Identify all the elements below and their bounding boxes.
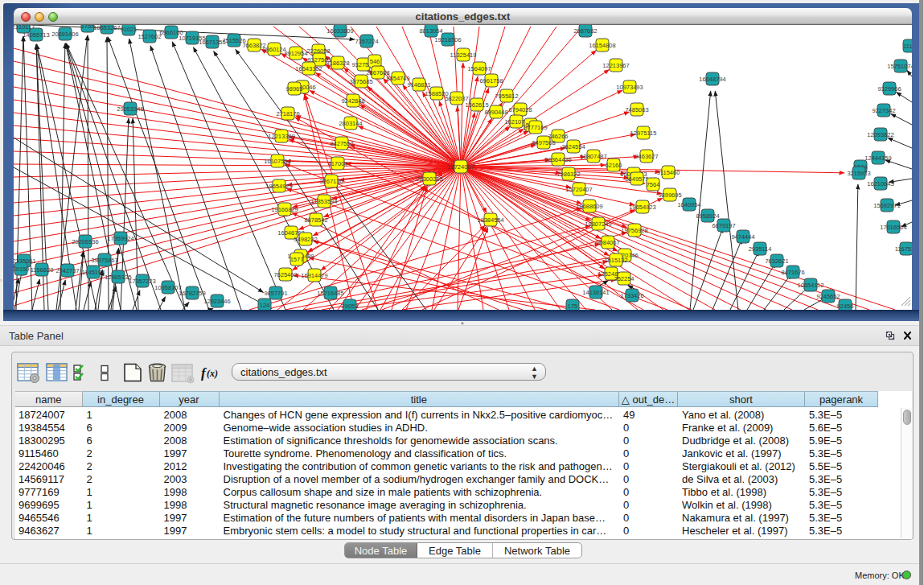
svg-text:19218506: 19218506 [434, 36, 461, 43]
svg-text:16154808: 16154808 [589, 42, 615, 49]
svg-text:7632621: 7632621 [765, 257, 788, 265]
svg-text:8958924: 8958924 [696, 212, 719, 220]
svg-text:6879197: 6879197 [712, 222, 735, 229]
svg-text:1167533: 1167533 [895, 245, 912, 253]
svg-text:124: 124 [260, 302, 270, 309]
svg-text:6961758: 6961758 [479, 77, 503, 84]
svg-text:1615132: 1615132 [604, 257, 627, 264]
svg-text:17359924: 17359924 [107, 235, 133, 242]
svg-text:16033809: 16033809 [326, 27, 353, 35]
svg-text:175: 175 [568, 303, 578, 310]
svg-text:16648794: 16648794 [699, 76, 725, 83]
svg-text:10654112: 10654112 [798, 282, 824, 289]
svg-text:9329966: 9329966 [877, 85, 901, 93]
svg-text:12444159: 12444159 [864, 154, 891, 162]
svg-text:12213389: 12213389 [268, 133, 294, 140]
svg-text:98965: 98965 [286, 85, 303, 93]
svg-text:252254: 252254 [614, 275, 634, 282]
svg-text:9857791: 9857791 [264, 290, 287, 297]
svg-text:1112: 1112 [903, 43, 912, 50]
svg-text:8454749: 8454749 [386, 75, 409, 82]
svg-text:9474444: 9474444 [731, 233, 754, 241]
svg-text:8471676: 8471676 [781, 269, 804, 276]
svg-text:29053: 29053 [342, 303, 359, 310]
svg-text:16782759: 16782759 [179, 290, 205, 297]
svg-text:6497568: 6497568 [532, 139, 555, 146]
svg-text:1156829: 1156829 [31, 266, 54, 274]
svg-text:91021: 91021 [121, 26, 138, 33]
svg-text:16210643: 16210643 [867, 180, 893, 187]
svg-text:1640954: 1640954 [677, 201, 700, 208]
svg-text:19166829: 19166829 [271, 206, 298, 213]
svg-text:1145194: 1145194 [82, 269, 105, 276]
svg-text:12213967: 12213967 [602, 62, 629, 69]
svg-text:10653267: 10653267 [93, 25, 120, 31]
svg-text:7357224: 7357224 [355, 38, 378, 45]
svg-text:9146821: 9146821 [407, 81, 430, 89]
svg-text:7625402: 7625402 [273, 271, 297, 278]
svg-text:53594: 53594 [14, 262, 14, 270]
svg-text:3267130: 3267130 [319, 178, 343, 185]
svg-text:9899695: 9899695 [658, 192, 681, 199]
svg-text:9245652: 9245652 [816, 293, 840, 300]
svg-text:20691406: 20691406 [51, 31, 78, 38]
svg-text:546: 546 [370, 58, 380, 65]
svg-text:15751074: 15751074 [887, 63, 912, 70]
svg-text:15720407: 15720407 [565, 186, 592, 193]
svg-text:2649575: 2649575 [625, 175, 648, 183]
svg-text:62160: 62160 [606, 162, 622, 169]
svg-text:8990448: 8990448 [484, 109, 507, 116]
svg-text:17357223: 17357223 [129, 278, 155, 285]
svg-text:1362615: 1362615 [465, 101, 488, 109]
svg-text:(x): (x) [207, 368, 218, 379]
svg-text:39159: 39159 [14, 266, 29, 273]
svg-text:3624554: 3624554 [561, 143, 585, 150]
svg-text:9463627: 9463627 [634, 153, 658, 160]
svg-text:11325419: 11325419 [450, 51, 477, 59]
svg-text:3215933: 3215933 [847, 170, 870, 177]
svg-text:12975115: 12975115 [630, 130, 657, 137]
svg-text:2803144: 2803144 [339, 120, 362, 127]
svg-text:25300215: 25300215 [416, 175, 442, 183]
svg-text:9777169: 9777169 [524, 124, 547, 131]
svg-text:7955812: 7955812 [495, 93, 518, 100]
svg-text:39975867: 39975867 [91, 257, 117, 264]
svg-text:8813054: 8813054 [419, 27, 442, 35]
svg-text:5498222: 5498222 [294, 236, 317, 243]
svg-text:19654923: 19654923 [265, 183, 292, 190]
svg-text:7564: 7564 [647, 181, 660, 188]
svg-text:2942737: 2942737 [55, 267, 79, 274]
svg-text:9227342: 9227342 [872, 107, 895, 114]
svg-text:19756928: 19756928 [621, 227, 647, 234]
svg-text:7986322: 7986322 [556, 171, 580, 178]
svg-text:15716485: 15716485 [317, 290, 343, 297]
svg-text:1527602: 1527602 [138, 33, 161, 40]
svg-text:8878542: 8878542 [304, 216, 327, 224]
svg-text:417004: 417004 [327, 160, 347, 167]
svg-text:8427552: 8427552 [330, 140, 353, 147]
svg-text:9084067: 9084067 [596, 239, 619, 246]
svg-text:10958107: 10958107 [154, 284, 181, 291]
svg-text:2718176: 2718176 [276, 110, 299, 117]
svg-text:16543362: 16543362 [295, 65, 322, 72]
svg-text:2935114: 2935114 [749, 245, 772, 253]
svg-text:10688609: 10688609 [576, 203, 602, 210]
svg-text:29053346: 29053346 [117, 105, 143, 113]
svg-text:1577: 1577 [290, 256, 304, 263]
svg-text:11353594: 11353594 [311, 198, 338, 205]
svg-text:12923446: 12923446 [203, 298, 230, 305]
svg-text:1564097: 1564097 [467, 65, 491, 72]
svg-text:9860124: 9860124 [262, 46, 285, 53]
svg-text:10107554: 10107554 [264, 158, 290, 165]
svg-text:12905135: 12905135 [105, 274, 131, 281]
svg-text:18724007: 18724007 [447, 163, 474, 171]
svg-text:8912954: 8912954 [284, 50, 307, 57]
svg-text:92456: 92456 [837, 303, 854, 310]
svg-text:6794028: 6794028 [508, 106, 532, 113]
svg-text:15692971: 15692971 [873, 202, 900, 209]
svg-text:2087682: 2087682 [573, 27, 597, 35]
svg-text:3875685: 3875685 [349, 78, 372, 85]
svg-text:1755: 1755 [81, 25, 95, 30]
svg-text:8186328: 8186328 [326, 60, 349, 67]
svg-text:20206536: 20206536 [72, 238, 98, 245]
